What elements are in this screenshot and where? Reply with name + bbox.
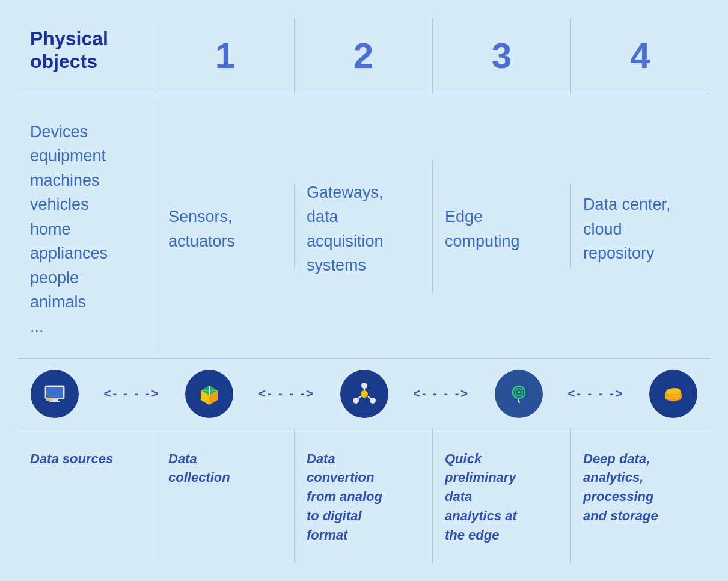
share-icon [351,381,378,407]
col4-bottom-label: Deep data,analytics,processingand storag… [583,438,697,535]
arrow-4: <- - - -> [568,387,625,401]
svg-point-28 [673,389,681,395]
col1-bottom-label: Datacollection [168,438,282,497]
touch-icon [506,381,532,407]
col3-header: 3 [445,27,558,85]
svg-line-18 [358,396,361,399]
col0-bottom-cell: Data sources [18,429,156,563]
col2-content-cell: Gateways,dataacquisitionsystems [295,159,433,293]
col4-content-cell: Data center,cloudrepository [571,171,709,281]
svg-rect-30 [665,395,681,399]
diagram-wrapper: Physical objects 1 2 3 4 Devicesequipmen… [18,18,710,563]
col3-header-cell: 3 [433,18,571,94]
monitor-icon-circle [31,370,79,418]
col2-bottom-cell: Dataconvertionfrom analogto digitalforma… [295,429,433,563]
svg-rect-5 [49,398,52,401]
col2-header-cell: 2 [295,18,433,94]
svg-point-13 [361,390,368,398]
bottom-row: Data sources Datacollection Dataconverti… [18,429,710,563]
icon-row: <- - - -> <- - - -> [18,358,710,429]
col0-header-cell: Physical objects [18,18,156,94]
col4-header-cell: 4 [571,18,709,94]
col1-content-cell: Sensors,actuators [156,183,295,268]
col3-bottom-label: Quickpreliminarydataanalytics atthe edge [445,438,558,554]
monitor-icon [41,381,68,407]
header-row: Physical objects 1 2 3 4 [18,18,710,94]
col2-bottom-label: Dataconvertionfrom analogto digitalforma… [307,438,420,554]
cloud-icon-circle [649,370,697,418]
cloud-icon [660,381,687,407]
col0-content-cell: Devicesequipmentmachinesvehicleshomeappl… [18,99,156,354]
cube-icon-circle [185,370,233,418]
arrow-1: <- - - -> [104,387,161,401]
svg-rect-1 [46,387,63,398]
content-row: Devicesequipmentmachinesvehicleshomeappl… [18,94,710,358]
col0-header: Physical objects [30,27,144,73]
col2-content: Gateways,dataacquisitionsystems [307,168,420,284]
col1-header: 1 [168,27,282,85]
col4-content: Data center,cloudrepository [583,180,697,272]
share-icon-circle [340,370,388,418]
col3-content: Edgecomputing [445,192,558,259]
arrow-3: <- - - -> [413,387,470,401]
col0-content: Devicesequipmentmachinesvehicleshomeappl… [30,108,144,345]
svg-rect-3 [49,401,60,402]
arrow-2: <- - - -> [258,387,315,401]
svg-point-22 [517,390,520,393]
svg-line-19 [368,396,371,399]
svg-rect-4 [46,398,49,401]
col1-header-cell: 1 [156,18,295,94]
col3-bottom-cell: Quickpreliminarydataanalytics atthe edge [433,429,571,563]
touch-icon-circle [495,370,543,418]
col1-content: Sensors,actuators [168,192,282,259]
col0-bottom-label: Data sources [30,438,144,478]
col3-content-cell: Edgecomputing [433,183,571,268]
col2-header: 2 [307,27,420,85]
svg-point-14 [361,383,367,389]
col4-bottom-cell: Deep data,analytics,processingand storag… [571,429,709,563]
page-container: Physical objects 1 2 3 4 Devicesequipmen… [0,0,728,581]
cube-icon [196,381,222,407]
col4-header: 4 [583,27,697,85]
col1-bottom-cell: Datacollection [156,429,295,563]
